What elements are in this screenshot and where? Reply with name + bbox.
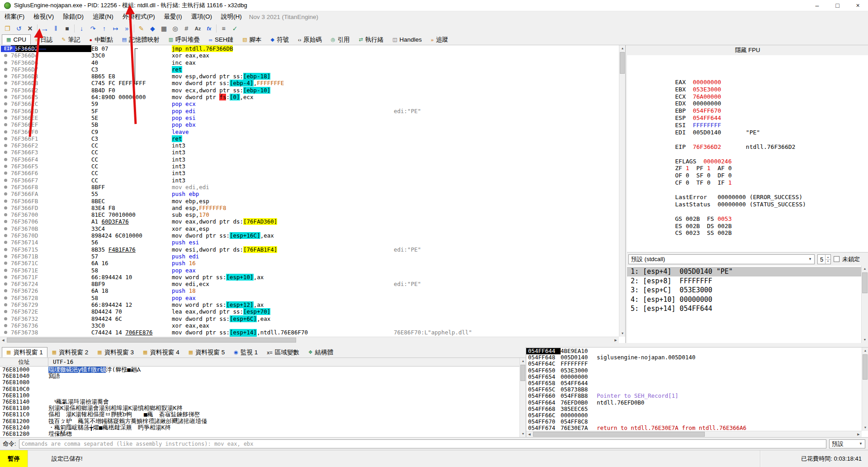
tab-seh[interactable]: ∞ SEH鏈 bbox=[204, 34, 238, 45]
breakpoint-gutter[interactable] bbox=[0, 177, 11, 184]
breakpoint-gutter[interactable] bbox=[0, 281, 11, 287]
menu-file[interactable]: 檔案(F) bbox=[0, 11, 29, 22]
argument-row[interactable]: 3: [esp+C] 053E3000 bbox=[627, 286, 868, 295]
argument-row[interactable]: 1: [esp+4] 005D0140 "PE" bbox=[627, 267, 868, 276]
maximize-button[interactable]: □ bbox=[827, 0, 848, 11]
disasm-row[interactable]: 76F36729 66:894424 12 mov word ptr ss:[e… bbox=[0, 301, 619, 308]
memory-map-icon[interactable]: ▦ bbox=[158, 23, 170, 34]
label-icon[interactable]: ◆ bbox=[147, 23, 158, 34]
disasm-row[interactable]: 76F366F3 CC int3 bbox=[0, 149, 619, 156]
breakpoint-gutter[interactable] bbox=[0, 73, 11, 80]
disasm-row[interactable]: 76F3670B 33C4 xor eax,esp bbox=[0, 225, 619, 232]
stack-row[interactable]: 054FF668 385EEC65 bbox=[526, 406, 862, 412]
breakpoint-gutter[interactable] bbox=[0, 308, 11, 315]
pause-icon[interactable]: ‖ bbox=[50, 23, 61, 34]
breakpoint-gutter[interactable] bbox=[0, 253, 11, 260]
trace-icon[interactable]: » bbox=[121, 23, 132, 34]
breakpoint-gutter[interactable] bbox=[0, 225, 11, 232]
tab-script[interactable]: ▧ 腳本 bbox=[238, 34, 266, 45]
breakpoint-gutter[interactable] bbox=[0, 198, 11, 205]
disasm-row[interactable]: 76F36715 8B35 F4B1FA76 mov esi,dword ptr… bbox=[0, 246, 619, 253]
hide-fpu-button[interactable]: 隱藏 FPU bbox=[627, 45, 868, 55]
stack-hscrollbar[interactable]: ◀ ▶ bbox=[526, 431, 862, 437]
minimize-button[interactable]: – bbox=[807, 0, 827, 11]
stack-row[interactable]: 054FF660 054FF8B8 Pointer to SEH_Record[… bbox=[526, 393, 862, 399]
scroll-down-button[interactable]: ▼ bbox=[619, 330, 626, 337]
breakpoint-gutter[interactable] bbox=[0, 295, 11, 301]
tab-references[interactable]: ◎ 引用 bbox=[326, 34, 354, 45]
dump-row[interactable]: 76E81040 寫語 bbox=[0, 373, 519, 379]
dump-row[interactable]: 76E81200 筏百ㄆ昈 蘒筄不增韛㣈寲鶇方蕎鱮㮆㣶諸䋺㣍䬛諸㨸嶉㙪儓 bbox=[0, 418, 519, 424]
tab-source[interactable]: ‹› 原始碼 bbox=[293, 34, 326, 45]
dump-vscrollbar[interactable]: ▲ ▼ bbox=[519, 358, 526, 437]
breakpoint-gutter[interactable] bbox=[0, 301, 11, 308]
argument-row[interactable]: 5: [esp+14] 054FF644 bbox=[627, 304, 868, 314]
calling-convention-select[interactable]: 預設 (stdcall) ▼ bbox=[628, 254, 815, 264]
breakpoint-gutter[interactable] bbox=[0, 66, 11, 73]
dump-row[interactable]: 76E811C0 傴相 湯K湯㹊相傴㩈ㅂ㬹䑬ⴆ㡄 ■蘒 萮㝛䀅鍊䬷㣢嶅 bbox=[0, 411, 519, 418]
menu-trace[interactable]: 追蹤(N) bbox=[88, 11, 118, 22]
breakpoint-gutter[interactable] bbox=[0, 287, 11, 294]
stack-row[interactable]: 054FF644 4BE9EA10 bbox=[526, 348, 862, 354]
tab-dump-2[interactable]: ▦ 資料視窗 2 bbox=[47, 347, 93, 357]
tab-cpu[interactable]: ▦ CPU bbox=[2, 34, 31, 45]
command-profile-select[interactable]: 預設 ▼ bbox=[829, 439, 865, 448]
stack-row[interactable]: 054FF664 76EFD0B0 ntdll.76EFD0B0 bbox=[526, 400, 862, 406]
tab-dump-3[interactable]: ▦ 資料視窗 3 bbox=[93, 347, 138, 357]
stack-row[interactable]: 054FF674 76E30E7A return to ntdll.76E30E… bbox=[526, 425, 862, 431]
breakpoint-gutter[interactable] bbox=[0, 149, 11, 156]
disasm-row[interactable]: 76F366F6 CC int3 bbox=[0, 170, 619, 176]
breakpoint-gutter[interactable] bbox=[0, 129, 11, 135]
scroll-thumb[interactable] bbox=[520, 365, 525, 381]
disasm-row[interactable]: 76F366D8 8B65 E8 mov esp,dword ptr ss:[e… bbox=[0, 73, 619, 80]
menu-view[interactable]: 檢視(V) bbox=[29, 11, 58, 22]
breakpoint-gutter[interactable] bbox=[0, 100, 11, 107]
disasm-row[interactable]: 76F366D2 EB 07 jmp ntdll.76F366DB bbox=[0, 45, 619, 52]
hash-icon[interactable]: # bbox=[181, 23, 192, 34]
step-over-icon[interactable]: ↷ bbox=[87, 23, 99, 34]
toolbar-separator[interactable] bbox=[36, 23, 39, 34]
disasm-row[interactable]: 76F36706 A1 60D3FA76 mov eax,dword ptr d… bbox=[0, 218, 619, 225]
disasm-row[interactable]: 76F366F4 CC int3 bbox=[0, 156, 619, 163]
disasm-row[interactable]: 76F366D4 33C0 xor eax,eax bbox=[0, 52, 619, 59]
tab-symbols[interactable]: ◆ 符號 bbox=[266, 34, 293, 45]
disasm-row[interactable]: 76F366F0 C9 leave bbox=[0, 129, 619, 135]
disasm-row[interactable]: 76F366FB 8BEC mov ebp,esp bbox=[0, 198, 619, 205]
breakpoint-gutter[interactable] bbox=[0, 191, 11, 197]
scroll-left-button[interactable]: ◀ bbox=[526, 431, 533, 437]
breakpoint-gutter[interactable] bbox=[0, 87, 11, 94]
breakpoint-gutter[interactable] bbox=[0, 114, 11, 121]
disasm-row[interactable]: 76F366FD 83E4 F8 and esp,FFFFFFF8 bbox=[0, 205, 619, 211]
disasm-row[interactable]: 76F3671E 58 pop eax bbox=[0, 267, 619, 274]
scroll-thumb[interactable] bbox=[862, 272, 868, 293]
breakpoint-gutter[interactable] bbox=[0, 59, 11, 66]
comment-icon[interactable]: ✎ bbox=[136, 23, 147, 34]
tab-trace[interactable]: » 追蹤 bbox=[426, 34, 453, 45]
breakpoint-gutter[interactable] bbox=[0, 205, 11, 211]
disasm-row[interactable]: 76F36700 81EC 70010000 sub esp,170 bbox=[0, 211, 619, 218]
script-icon[interactable]: ≡ bbox=[218, 23, 229, 34]
step-into-icon[interactable]: ↓ bbox=[76, 23, 87, 34]
disasm-row[interactable]: 76F36732 894424 6C mov dword ptr ss:[esp… bbox=[0, 315, 619, 322]
lock-checkbox[interactable] bbox=[834, 256, 840, 262]
breakpoint-gutter[interactable] bbox=[0, 218, 11, 225]
tab-dump-1[interactable]: ▦ 資料視窗 1 bbox=[2, 347, 47, 357]
tab-threads[interactable]: ⇄ 執行緒 bbox=[354, 34, 388, 45]
stack-row[interactable]: 054FF64C FFFFFFFF bbox=[526, 361, 862, 367]
disasm-row[interactable]: 76F366EF 5B pop ebx bbox=[0, 121, 619, 128]
breakpoint-gutter[interactable] bbox=[0, 135, 11, 142]
breakpoint-gutter[interactable] bbox=[0, 260, 11, 267]
scroll-up-button[interactable]: ▲ bbox=[862, 266, 868, 272]
breakpoint-gutter[interactable] bbox=[0, 322, 11, 329]
stack-vscrollbar[interactable]: ▲ ▼ bbox=[862, 348, 868, 431]
run-icon[interactable]: → bbox=[39, 23, 50, 34]
breakpoint-gutter[interactable] bbox=[0, 267, 11, 274]
disasm-row[interactable]: 76F366D7 C3 ret bbox=[0, 66, 619, 73]
titlebar[interactable]: SiglusEngine-nojapan.exe - PID: 12256 - … bbox=[0, 0, 868, 11]
disasm-row[interactable]: 76F36726 6A 18 push 18 bbox=[0, 287, 619, 294]
disasm-row[interactable]: 76F36724 8BF9 mov edi,ecx edi:"PE" bbox=[0, 281, 619, 287]
breakpoint-gutter[interactable] bbox=[0, 239, 11, 246]
disasm-hscrollbar[interactable]: ◀ ▶ bbox=[0, 337, 619, 343]
scroll-thumb[interactable] bbox=[863, 354, 868, 380]
search-icon[interactable]: ◎ bbox=[170, 23, 181, 34]
